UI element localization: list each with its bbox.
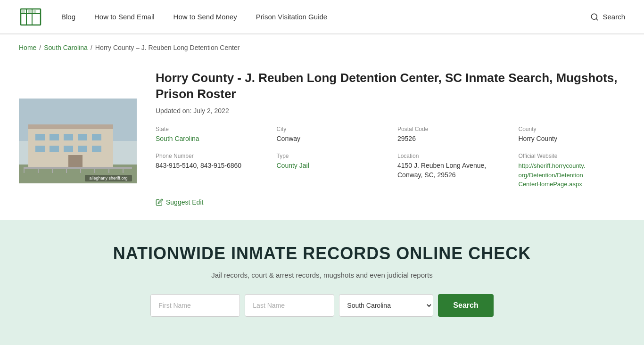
svg-rect-21 (64, 146, 73, 152)
svg-rect-20 (50, 146, 59, 152)
breadcrumb-sep-1: / (39, 44, 41, 51)
svg-rect-16 (64, 134, 73, 140)
state-value[interactable]: South Carolina (156, 134, 263, 144)
nav-blog[interactable]: Blog (61, 13, 75, 21)
info-grid: State South Carolina City Conway Postal … (156, 126, 625, 189)
svg-rect-31 (94, 168, 95, 173)
site-header: Blog How to Send Email How to Send Money… (0, 0, 644, 34)
svg-rect-26 (24, 168, 25, 173)
info-postal: Postal Code 29526 (397, 126, 504, 144)
website-value[interactable]: http://sheriff.horrycounty.org/Detention… (519, 161, 626, 189)
first-name-input[interactable] (150, 294, 240, 317)
main-nav: Blog How to Send Email How to Send Money… (61, 13, 590, 21)
svg-rect-32 (108, 168, 109, 173)
svg-line-8 (596, 18, 598, 20)
inmate-search-form: AlabamaAlaskaArizonaArkansas CaliforniaC… (19, 294, 625, 317)
svg-rect-28 (52, 168, 53, 173)
svg-rect-33 (123, 168, 124, 173)
search-button[interactable]: Search (438, 294, 493, 317)
county-label: County (519, 126, 626, 132)
facility-image: alleghany sheriff.org (19, 99, 137, 183)
pencil-icon (156, 198, 163, 206)
website-label: Official Website (519, 153, 626, 159)
nav-send-email[interactable]: How to Send Email (94, 13, 155, 21)
svg-rect-29 (66, 168, 67, 173)
state-link[interactable]: South Carolina (156, 135, 199, 142)
county-value: Horry County (519, 134, 626, 144)
nationwide-title: NATIONWIDE INMATE RECORDS ONLINE CHECK (19, 244, 625, 263)
city-label: City (277, 126, 384, 132)
svg-rect-14 (35, 134, 45, 140)
state-select[interactable]: AlabamaAlaskaArizonaArkansas CaliforniaC… (339, 294, 433, 317)
svg-rect-6 (33, 10, 36, 13)
info-type: Type County Jail (277, 153, 384, 189)
info-county: County Horry County (519, 126, 626, 144)
breadcrumb-current: Horry County – J. Reuben Long Detention … (95, 44, 240, 51)
info-location: Location 4150 J. Reuben Long Avenue, Con… (397, 153, 504, 189)
building-illustration: alleghany sheriff.org (19, 99, 137, 183)
svg-rect-22 (78, 146, 87, 152)
type-link[interactable]: County Jail (277, 162, 309, 169)
page-title: Horry County - J. Reuben Long Detention … (156, 70, 625, 102)
svg-rect-5 (28, 10, 31, 13)
svg-rect-23 (92, 146, 101, 152)
info-website: Official Website http://sheriff.horrycou… (519, 153, 626, 189)
suggest-edit-label: Suggest Edit (166, 198, 203, 206)
website-link[interactable]: http://sheriff.horrycounty.org/Detention… (519, 162, 586, 188)
svg-rect-25 (24, 167, 132, 169)
state-label: State (156, 126, 263, 132)
svg-rect-27 (38, 168, 39, 173)
phone-value: 843-915-5140, 843-915-6860 (156, 161, 263, 171)
search-icon (590, 13, 599, 21)
main-content: alleghany sheriff.org Horry County - J. … (0, 61, 644, 220)
type-label: Type (277, 153, 384, 159)
site-logo-icon (19, 5, 42, 29)
info-section: Horry County - J. Reuben Long Detention … (156, 70, 625, 206)
svg-rect-30 (80, 168, 81, 173)
suggest-edit-link[interactable]: Suggest Edit (156, 198, 625, 206)
nationwide-section: NATIONWIDE INMATE RECORDS ONLINE CHECK J… (0, 220, 644, 345)
updated-date: Updated on: July 2, 2022 (156, 107, 625, 115)
info-state: State South Carolina (156, 126, 263, 144)
phone-label: Phone Number (156, 153, 263, 159)
breadcrumb-state[interactable]: South Carolina (44, 44, 88, 51)
svg-text:alleghany sheriff.org: alleghany sheriff.org (90, 176, 128, 181)
svg-rect-15 (50, 134, 59, 140)
breadcrumb-sep-2: / (91, 44, 92, 51)
type-value[interactable]: County Jail (277, 161, 384, 171)
info-phone: Phone Number 843-915-5140, 843-915-6860 (156, 153, 263, 189)
svg-rect-13 (28, 124, 113, 129)
svg-rect-24 (68, 155, 83, 167)
svg-rect-18 (92, 134, 101, 140)
svg-rect-19 (35, 146, 45, 152)
info-city: City Conway (277, 126, 384, 144)
nationwide-subtitle: Jail records, court & arrest records, mu… (19, 271, 625, 279)
breadcrumb-home[interactable]: Home (19, 44, 36, 51)
nav-visitation[interactable]: Prison Visitation Guide (256, 13, 327, 21)
location-value: 4150 J. Reuben Long Avenue, Conway, SC, … (397, 161, 504, 180)
last-name-input[interactable] (245, 294, 334, 317)
logo-area[interactable] (19, 5, 42, 29)
postal-label: Postal Code (397, 126, 504, 132)
postal-value: 29526 (397, 134, 504, 144)
nav-send-money[interactable]: How to Send Money (173, 13, 237, 21)
svg-rect-17 (78, 134, 87, 140)
city-value: Conway (277, 134, 384, 144)
breadcrumb: Home / South Carolina / Horry County – J… (0, 34, 644, 61)
header-search[interactable]: Search (590, 13, 625, 21)
search-label: Search (603, 13, 625, 21)
svg-rect-4 (22, 10, 25, 13)
location-label: Location (397, 153, 504, 159)
